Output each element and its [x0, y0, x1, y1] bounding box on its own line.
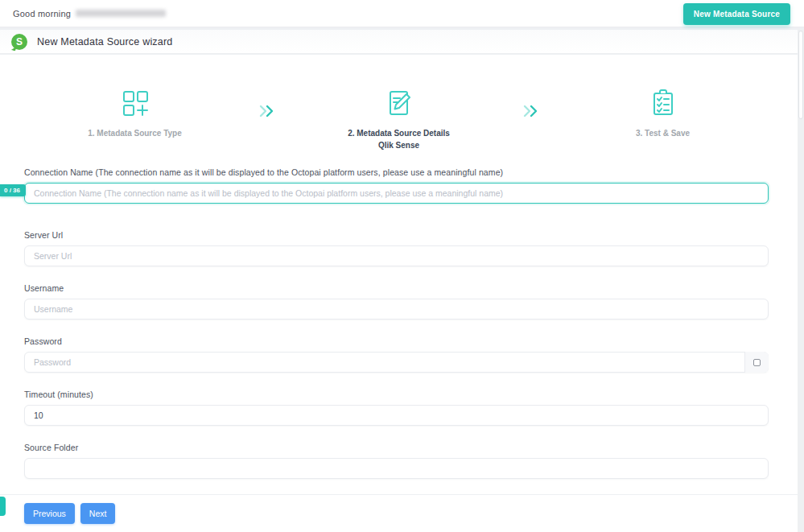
step-label: 2. Metadata Source Details	[348, 127, 450, 139]
step-test-and-save[interactable]: 3. Test & Save	[571, 87, 756, 139]
timeout-field-group: Timeout (minutes)	[24, 390, 769, 426]
connection-name-input[interactable]	[24, 183, 769, 204]
timeout-label: Timeout (minutes)	[24, 390, 769, 399]
scrollbar-thumb[interactable]	[798, 31, 803, 119]
wizard-header: S New Metadata Source wizard	[0, 30, 798, 54]
greeting-text: Good morning	[13, 9, 71, 19]
show-password-toggle[interactable]	[744, 352, 769, 373]
previous-button[interactable]: Previous	[24, 503, 75, 524]
username-field-group: Username	[24, 283, 769, 320]
metadata-source-form: Connection Name (The connection name as …	[0, 151, 798, 532]
connection-name-field-group: Connection Name (The connection name as …	[24, 167, 769, 204]
collapsed-side-panel-handle[interactable]	[0, 497, 6, 516]
wizard-stepper: 1. Metadata Source Type 2. Metadata Sour…	[0, 55, 798, 151]
step-metadata-source-type[interactable]: 1. Metadata Source Type	[43, 87, 228, 139]
new-metadata-source-button[interactable]: New Metadata Source	[683, 3, 790, 25]
scrollbar-track[interactable]	[798, 29, 804, 532]
server-url-input[interactable]	[24, 245, 769, 266]
step-arrow-icon	[258, 105, 276, 118]
password-field-group: Password	[24, 336, 769, 373]
character-counter-badge: 0 / 36	[0, 184, 26, 196]
timeout-input[interactable]	[24, 405, 769, 426]
edit-document-icon	[383, 87, 415, 119]
checkbox-icon	[753, 359, 761, 366]
wizard-content: 1. Metadata Source Type 2. Metadata Sour…	[0, 55, 798, 532]
user-name-redacted	[76, 10, 166, 17]
server-url-field-group: Server Url	[24, 230, 769, 266]
source-folder-label: Source Folder	[24, 443, 769, 452]
step-sublabel: Qlik Sense	[348, 139, 450, 151]
server-url-label: Server Url	[24, 230, 769, 240]
wizard-footer: Previous Next	[0, 494, 798, 532]
step-label: 1. Metadata Source Type	[88, 127, 182, 139]
checklist-icon	[647, 87, 679, 119]
step-arrow-icon	[522, 105, 540, 118]
step-label: 3. Test & Save	[636, 127, 690, 139]
connection-name-label: Connection Name (The connection name as …	[24, 167, 769, 177]
source-folder-input[interactable]	[24, 458, 769, 479]
qlik-sense-logo-icon: S	[11, 34, 27, 50]
top-bar: Good morning New Metadata Source	[0, 0, 804, 27]
username-input[interactable]	[24, 299, 769, 320]
username-label: Username	[24, 283, 769, 293]
password-label: Password	[24, 336, 769, 346]
grid-plus-icon	[119, 87, 151, 119]
source-folder-field-group: Source Folder	[24, 443, 769, 479]
page-title: New Metadata Source wizard	[37, 36, 172, 47]
next-button[interactable]: Next	[80, 503, 116, 524]
password-input[interactable]	[24, 352, 769, 373]
step-metadata-source-details[interactable]: 2. Metadata Source Details Qlik Sense	[307, 87, 492, 151]
